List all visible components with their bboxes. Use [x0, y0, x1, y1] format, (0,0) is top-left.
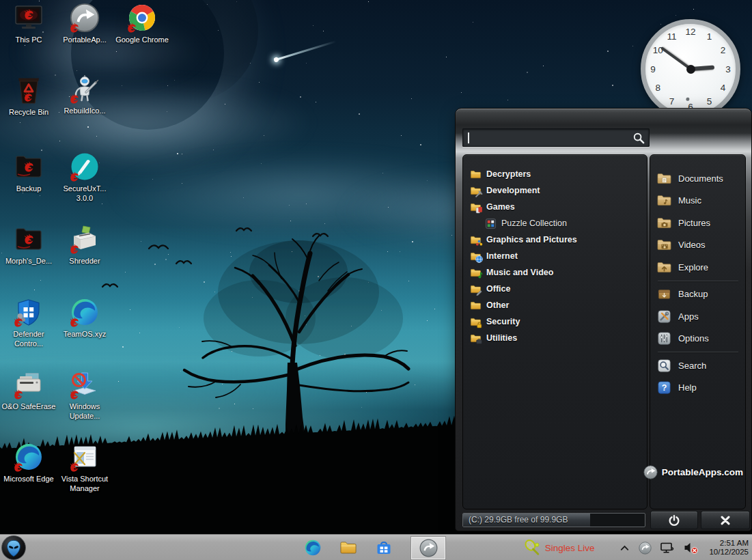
- desktop-icon-label: Defender Contro...: [0, 329, 57, 348]
- drive-space-bar[interactable]: (C:) 29.9GB free of 99.9GB: [462, 513, 645, 527]
- menu-categories-panel: Decrypters Development Games Puzzle Coll…: [462, 154, 647, 509]
- menu-item-label: Search: [678, 361, 706, 371]
- puzzle-grid-icon: [485, 218, 497, 229]
- folder-document-icon: [656, 171, 672, 186]
- menu-category-other[interactable]: Other: [470, 297, 647, 313]
- menu-item-search[interactable]: Search: [656, 354, 745, 377]
- defender-shield-icon: [14, 297, 44, 327]
- dragon-shortcut-overlay-icon: [68, 462, 80, 473]
- magnifier-square-icon: [656, 358, 672, 374]
- folder-icon: [339, 539, 357, 557]
- news-ticker[interactable]: Singles Live: [545, 543, 595, 553]
- desktop-icon-windows-update[interactable]: Windows Update...: [56, 369, 113, 421]
- menu-category-internet[interactable]: Internet: [470, 248, 647, 264]
- desktop-icon-oo-safeerase[interactable]: O&O SafeErase: [0, 369, 57, 411]
- robot-icon: [70, 74, 100, 104]
- power-icon: [668, 514, 680, 527]
- folder-up-arrow-icon: [656, 260, 672, 275]
- clock-number: 3: [725, 64, 731, 74]
- desktop-icon-vista-shortcut-manager[interactable]: Vista Shortcut Manager: [56, 442, 113, 493]
- menu-item-backup[interactable]: Backup: [656, 283, 745, 306]
- power-button[interactable]: [650, 511, 698, 529]
- desktop-icon-label: Microsoft Edge: [0, 474, 57, 484]
- menu-item-explore[interactable]: Explore: [656, 256, 745, 279]
- taskbar-store-button[interactable]: [375, 539, 393, 557]
- menu-search-box[interactable]: [462, 128, 650, 147]
- recycle-bin-icon: [14, 75, 44, 105]
- menu-item-help[interactable]: Help: [656, 377, 745, 400]
- menu-search-input[interactable]: [463, 129, 649, 146]
- portableapps-logo-icon: [643, 465, 658, 479]
- folder-film-icon: [656, 237, 672, 253]
- brand-label: PortableApps.com: [662, 467, 743, 477]
- menu-category-puzzle-collection[interactable]: Puzzle Collection: [485, 215, 647, 232]
- menu-category-utilities[interactable]: Utilities: [470, 330, 647, 346]
- desktop-icon-recycle-bin[interactable]: Recycle Bin: [0, 75, 57, 117]
- menu-category-security[interactable]: Security: [470, 313, 647, 330]
- menu-category-graphics-and-pictures[interactable]: Graphics and Pictures: [470, 232, 647, 248]
- desktop-icon-secureuxtheme[interactable]: SecureUxT... 3.0.0: [56, 152, 113, 203]
- menu-item-music[interactable]: Music: [656, 190, 745, 212]
- desktop-icon-label: Windows Update...: [56, 402, 113, 421]
- tray-portableapps-icon[interactable]: [639, 542, 652, 555]
- portableapps-brand[interactable]: PortableApps.com: [643, 465, 743, 479]
- desktop-icon-rebuildicons[interactable]: RebuildIco...: [56, 74, 113, 115]
- edge-swirl-icon: [14, 442, 44, 472]
- menu-category-music-and-video[interactable]: Music and Video: [470, 264, 647, 281]
- taskbar-clock[interactable]: 2:51 AM 10/12/2025: [709, 539, 749, 557]
- desktop-icon-microsoft-edge[interactable]: Microsoft Edge: [0, 442, 57, 484]
- close-icon: [719, 514, 732, 527]
- folder-music-icon: [656, 193, 672, 208]
- start-button[interactable]: [1, 535, 26, 560]
- taskbar-file-explorer-button[interactable]: [339, 539, 357, 557]
- desktop-icon-label: This PC: [0, 35, 57, 44]
- dragon-shortcut-overlay-icon: [68, 244, 80, 255]
- menu-item-label: Backup: [678, 289, 708, 299]
- alien-start-icon: [5, 539, 23, 557]
- black-folder-icon: [14, 152, 44, 182]
- dragon-shortcut-overlay-icon: [126, 23, 137, 34]
- menu-item-pictures[interactable]: Pictures: [656, 212, 745, 234]
- desktop-icon-backup[interactable]: Backup: [0, 152, 57, 193]
- taskbar-portableapps-button-active[interactable]: [410, 536, 446, 560]
- edge-icon: [304, 539, 322, 557]
- folder-paint-icon: [470, 234, 482, 246]
- menu-category-office[interactable]: Office: [470, 281, 647, 297]
- desktop-icon-google-chrome[interactable]: Google Chrome: [113, 3, 171, 44]
- close-menu-button[interactable]: [701, 511, 750, 529]
- menu-item-apps[interactable]: Apps: [656, 305, 745, 328]
- desktop-icon-morphs-de[interactable]: Morph's_De...: [0, 224, 57, 266]
- taskbar-edge-button[interactable]: [304, 539, 322, 557]
- tennis-racket-icon[interactable]: [523, 539, 542, 557]
- folder-pencil-icon: [470, 283, 482, 295]
- network-icon[interactable]: [660, 542, 675, 554]
- menu-item-label: Videos: [678, 240, 706, 250]
- dragon-shortcut-overlay-icon: [68, 94, 80, 105]
- edge-swirl-icon: [70, 297, 100, 327]
- folder-icon: [470, 300, 482, 311]
- clock-number: 12: [685, 27, 695, 37]
- wrench-square-icon: [656, 309, 672, 324]
- menu-category-games[interactable]: Games: [470, 199, 647, 215]
- menu-category-decrypters[interactable]: Decrypters: [470, 166, 647, 182]
- menu-item-videos[interactable]: Videos: [656, 234, 745, 257]
- menu-item-documents[interactable]: Documents: [656, 167, 745, 190]
- menu-item-options[interactable]: Options: [656, 328, 745, 350]
- desktop-icon-label: Google Chrome: [113, 35, 171, 44]
- dragon-shortcut-overlay-icon: [68, 317, 80, 328]
- search-icon[interactable]: [632, 132, 645, 145]
- volume-muted-icon[interactable]: [683, 541, 699, 555]
- desktop-icon-label: RebuildIco...: [56, 106, 113, 115]
- desktop-icon-teamos[interactable]: TeamOS.xyz: [56, 297, 113, 339]
- desktop-icon-shredder[interactable]: Shredder: [56, 224, 113, 266]
- clock-number: 7: [669, 96, 675, 107]
- desktop-icon-portableapps[interactable]: PortableAp...: [56, 3, 113, 44]
- desktop-icon-this-pc[interactable]: This PC: [0, 3, 57, 44]
- hidden-icons-chevron-icon[interactable]: [619, 542, 630, 554]
- drive-space-label: (C:) 29.9GB free of 99.9GB: [469, 514, 568, 527]
- dragon-shortcut-overlay-icon: [12, 317, 24, 328]
- menu-item-label: Pictures: [678, 218, 710, 228]
- desktop-icon-defender-control[interactable]: Defender Contro...: [0, 297, 57, 348]
- store-icon: [375, 539, 393, 557]
- menu-category-development[interactable]: Development: [470, 182, 647, 199]
